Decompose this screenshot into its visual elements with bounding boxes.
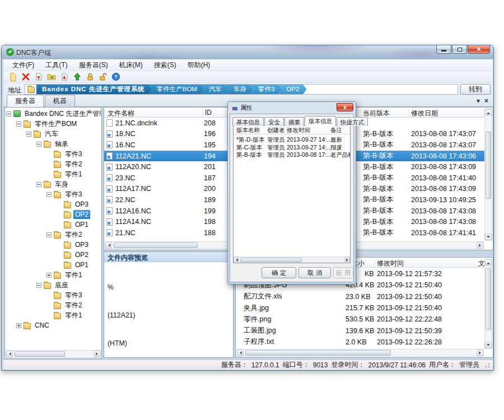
tree-item[interactable]: OP3 bbox=[5, 240, 101, 250]
breadcrumb-op2[interactable]: OP2 bbox=[278, 84, 306, 95]
restore-button[interactable] bbox=[452, 45, 467, 54]
file-list-vscrollbar[interactable] bbox=[484, 109, 492, 241]
menu-tools[interactable]: 工具(T) bbox=[40, 59, 73, 71]
collapse-icon[interactable] bbox=[36, 142, 41, 147]
attachment-row[interactable]: 工装图.jpg139.6 KB2013-09-12 21:50:39 bbox=[236, 325, 484, 336]
upload-arrow-icon[interactable] bbox=[72, 72, 82, 82]
dock-close-icon[interactable]: × bbox=[484, 97, 488, 105]
tree-item[interactable]: 零件2 bbox=[5, 300, 101, 310]
tree-item-carbody[interactable]: 车身 bbox=[5, 179, 101, 189]
tree-item-base[interactable]: 底座 bbox=[5, 280, 101, 290]
breadcrumb-part3[interactable]: 零件3 bbox=[250, 84, 282, 95]
scroll-thumb[interactable] bbox=[486, 268, 491, 330]
scroll-thumb[interactable] bbox=[240, 258, 302, 262]
collapse-icon[interactable] bbox=[26, 132, 31, 137]
column-modify-time[interactable]: 修改时间 bbox=[287, 127, 310, 134]
scroll-thumb[interactable] bbox=[114, 242, 198, 248]
tree-item[interactable]: OP1 bbox=[5, 220, 101, 230]
tree-item-op2-selected[interactable]: OP2 bbox=[5, 209, 101, 220]
tab-version-info[interactable]: 版本信息 bbox=[305, 116, 336, 126]
scroll-down-button[interactable] bbox=[485, 342, 492, 348]
tree-item[interactable]: 零件1 bbox=[5, 169, 101, 179]
minimize-button[interactable] bbox=[436, 45, 451, 54]
tab-basic-info[interactable]: 基本信息 bbox=[232, 117, 264, 126]
tree-item[interactable]: OP1 bbox=[5, 260, 101, 270]
scroll-thumb[interactable] bbox=[245, 350, 391, 356]
close-button[interactable]: ✕ bbox=[468, 45, 490, 54]
cancel-button[interactable]: 取消 bbox=[298, 267, 331, 278]
column-remark[interactable]: 备注 bbox=[330, 127, 342, 134]
expand-icon[interactable] bbox=[46, 273, 52, 278]
version-row[interactable]: 第-B-版本管理员2013-08-08 17:...老产品程序 bbox=[234, 151, 350, 158]
tree-item[interactable]: 零件3 bbox=[5, 290, 101, 300]
apply-button[interactable]: 应用 bbox=[333, 267, 353, 278]
tree-item[interactable]: 零件2 bbox=[5, 230, 101, 240]
tree-hscrollbar[interactable] bbox=[6, 350, 101, 358]
dialog-close-button[interactable]: x bbox=[337, 103, 353, 111]
lock-icon[interactable] bbox=[85, 72, 95, 82]
column-id[interactable]: ID bbox=[205, 109, 212, 116]
tab-summary[interactable]: 摘要 bbox=[284, 117, 304, 126]
version-row[interactable]: *第-D-版本管理员2013-09-27 14:...最新 bbox=[234, 136, 350, 143]
resize-grip[interactable] bbox=[484, 362, 490, 368]
dialog-title-bar[interactable]: 属性 bbox=[232, 104, 253, 112]
tree-item-root[interactable]: Bandex DNC 先进生产管理系统 bbox=[5, 109, 101, 119]
attachments-hscrollbar[interactable] bbox=[236, 349, 484, 357]
attachment-row[interactable]: 零件.png530.5 KB2013-09-12 22:22:48 bbox=[236, 314, 484, 325]
dock-dropdown-icon[interactable]: ▾ bbox=[477, 97, 480, 105]
collapse-icon[interactable] bbox=[36, 283, 41, 288]
menu-file[interactable]: 文件(F) bbox=[7, 59, 40, 71]
breadcrumb-bom[interactable]: 零件生产BOM bbox=[148, 84, 204, 95]
tree-item[interactable]: OP2 bbox=[5, 250, 101, 260]
check-out-document-icon[interactable] bbox=[59, 72, 69, 82]
tree-item[interactable]: OP3 bbox=[5, 199, 101, 209]
scroll-right-button[interactable] bbox=[477, 349, 483, 356]
new-document-icon[interactable] bbox=[8, 72, 17, 82]
column-name[interactable]: 文件名称 bbox=[108, 109, 134, 118]
scroll-thumb[interactable] bbox=[15, 351, 65, 357]
check-in-document-icon[interactable] bbox=[34, 72, 43, 82]
collapse-icon[interactable] bbox=[46, 192, 52, 197]
attachment-row[interactable]: 夹具.jpg215.7 KB2013-09-12 21:50:40 bbox=[236, 302, 484, 314]
scroll-right-button[interactable] bbox=[477, 242, 483, 249]
menu-server[interactable]: 服务器(S) bbox=[73, 59, 114, 71]
help-icon[interactable]: ? bbox=[111, 72, 120, 82]
scroll-left-button[interactable] bbox=[105, 242, 112, 249]
tree-item[interactable]: 零件1 bbox=[5, 270, 101, 280]
tree-item-bom[interactable]: 零件生产BOM bbox=[5, 119, 101, 129]
attachment-row[interactable]: 子程序.txt2.0 KB2013-09-12 22:26:28 bbox=[236, 337, 484, 348]
go-button[interactable]: 转到 bbox=[460, 84, 491, 95]
menu-machine[interactable]: 机床(M) bbox=[114, 59, 148, 71]
tree-item[interactable]: 零件2 bbox=[5, 159, 101, 169]
tab-machine[interactable]: 机器 bbox=[45, 95, 75, 107]
attachment-row[interactable]: 配刀文件.xls23.0 KB2013-09-12 21:50:40 bbox=[236, 291, 484, 302]
tree-item[interactable]: 零件1 bbox=[5, 310, 101, 320]
tree-item[interactable]: 零件3 bbox=[5, 149, 101, 159]
breadcrumb-body[interactable]: 车身 bbox=[225, 84, 254, 95]
tab-security[interactable]: 安全 bbox=[264, 117, 284, 126]
ok-button[interactable]: 确定 bbox=[262, 267, 296, 278]
breadcrumb-auto[interactable]: 汽车 bbox=[200, 84, 229, 95]
collapse-icon[interactable] bbox=[16, 122, 21, 127]
scroll-left-button[interactable] bbox=[6, 351, 13, 357]
tab-server[interactable]: 服务器 bbox=[7, 95, 44, 107]
address-field[interactable]: Bandex DNC 先进生产管理系统 零件生产BOM 汽车 车身 零件3 OP… bbox=[25, 84, 458, 95]
scroll-up-button[interactable] bbox=[485, 259, 492, 266]
collapse-icon[interactable] bbox=[6, 111, 11, 116]
attachments-vscrollbar[interactable] bbox=[484, 259, 492, 349]
column-file[interactable]: 文件(& bbox=[478, 259, 484, 268]
collapse-icon[interactable] bbox=[36, 182, 41, 187]
expand-icon[interactable] bbox=[16, 323, 21, 328]
column-date[interactable]: 修改日期 bbox=[411, 109, 438, 118]
tree-item[interactable]: 零件3 bbox=[5, 189, 101, 199]
tree-item-cnc[interactable]: CNC bbox=[5, 320, 101, 330]
menu-help[interactable]: 帮助(H) bbox=[182, 59, 216, 71]
tree-item-bearing[interactable]: 轴承 bbox=[5, 139, 101, 149]
title-bar[interactable]: DNC客户端 ✕ bbox=[2, 45, 493, 59]
column-version-name[interactable]: 版本名称 bbox=[236, 127, 260, 134]
tree-item-auto[interactable]: 汽车 bbox=[5, 129, 101, 139]
scroll-down-button[interactable] bbox=[485, 234, 492, 240]
breadcrumb-root[interactable]: Bandex DNC 先进生产管理系统 bbox=[36, 84, 152, 95]
menu-search[interactable]: 搜索(S) bbox=[148, 59, 182, 71]
unlock-icon[interactable] bbox=[98, 72, 108, 82]
